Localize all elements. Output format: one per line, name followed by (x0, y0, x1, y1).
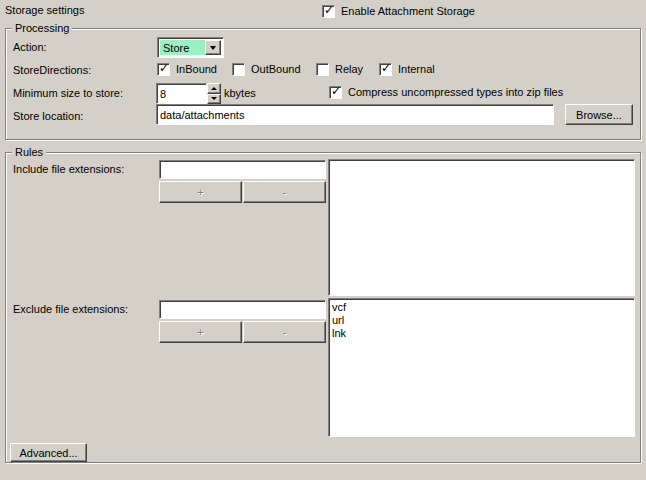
spin-up-button[interactable] (207, 83, 221, 94)
include-add-button[interactable]: + (159, 181, 242, 203)
chevron-down-icon (210, 46, 216, 50)
compress-zip-label: Compress uncompressed types into zip fil… (348, 86, 563, 98)
action-label: Action: (13, 41, 47, 53)
list-item[interactable]: lnk (329, 327, 634, 340)
exclude-extension-input[interactable] (159, 300, 326, 319)
include-extensions-label: Include file extensions: (13, 163, 124, 175)
arrow-up-icon (211, 87, 217, 90)
store-directions-label: StoreDirections: (13, 64, 91, 76)
storage-settings-panel: Storage settings Enable Attachment Stora… (0, 0, 646, 480)
minimum-size-label: Minimum size to store: (13, 87, 123, 99)
action-selected-value: Store (160, 40, 205, 55)
checkbox-box-icon[interactable] (379, 63, 392, 76)
minimum-size-stepper[interactable] (207, 83, 221, 104)
store-location-label: Store location: (13, 110, 83, 122)
compress-zip-checkbox[interactable]: Compress uncompressed types into zip fil… (329, 85, 563, 99)
direction-outbound-label: OutBound (251, 63, 301, 75)
checkbox-box-icon[interactable] (322, 5, 335, 18)
page-title: Storage settings (5, 4, 85, 16)
direction-inbound-label: InBound (176, 63, 217, 75)
direction-relay-label: Relay (335, 63, 363, 75)
arrow-down-icon (211, 97, 217, 100)
browse-button[interactable]: Browse... (565, 104, 633, 125)
list-item[interactable]: url (329, 314, 634, 327)
checkbox-box-icon[interactable] (329, 86, 342, 99)
rules-group-label: Rules (12, 146, 46, 158)
direction-inbound-checkbox[interactable]: InBound (157, 62, 217, 76)
exclude-extensions-label: Exclude file extensions: (13, 303, 128, 315)
advanced-button[interactable]: Advanced... (10, 443, 87, 462)
kbytes-unit-label: kbytes (224, 87, 256, 99)
include-extension-input[interactable] (159, 160, 326, 179)
direction-internal-label: Internal (398, 63, 435, 75)
exclude-extensions-list[interactable]: vcfurllnk (328, 298, 635, 437)
spin-down-button[interactable] (207, 94, 221, 105)
enable-attachment-storage-label: Enable Attachment Storage (341, 5, 475, 17)
direction-outbound-checkbox[interactable]: OutBound (232, 62, 301, 76)
store-location-input[interactable] (156, 104, 554, 125)
checkbox-box-icon[interactable] (316, 63, 329, 76)
include-extensions-list[interactable] (328, 159, 635, 296)
action-dropdown-button[interactable] (205, 40, 221, 55)
list-item[interactable]: vcf (329, 299, 634, 314)
processing-group-label: Processing (12, 22, 72, 34)
checkbox-box-icon[interactable] (232, 63, 245, 76)
enable-attachment-storage-checkbox[interactable]: Enable Attachment Storage (322, 4, 475, 18)
action-select[interactable]: Store (157, 37, 224, 58)
checkbox-box-icon[interactable] (157, 63, 170, 76)
direction-relay-checkbox[interactable]: Relay (316, 62, 363, 76)
minimum-size-input[interactable] (156, 83, 207, 104)
exclude-add-button[interactable]: + (159, 321, 242, 343)
include-remove-button[interactable]: - (243, 181, 326, 203)
direction-internal-checkbox[interactable]: Internal (379, 62, 435, 76)
exclude-remove-button[interactable]: - (243, 321, 326, 343)
